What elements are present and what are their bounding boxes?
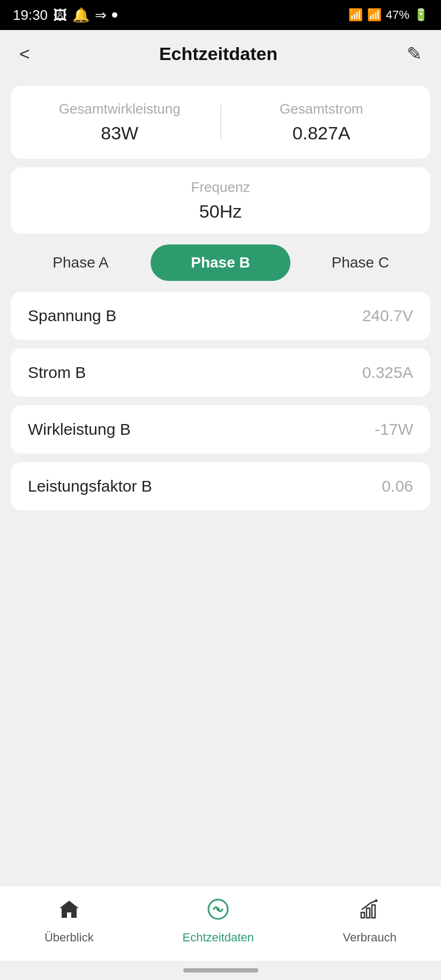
tab-phase-c[interactable]: Phase C bbox=[290, 244, 430, 281]
gallery-icon: 🖼 bbox=[53, 7, 67, 24]
nav-consumption-label: Verbrauch bbox=[343, 931, 397, 945]
nav-consumption[interactable]: Verbrauch bbox=[330, 893, 409, 949]
header: < Echtzeitdaten ✎ bbox=[0, 30, 441, 77]
leistungsfaktor-label: Leistungsfaktor B bbox=[28, 477, 152, 495]
svg-rect-3 bbox=[367, 908, 370, 918]
consumption-icon bbox=[358, 897, 382, 926]
svg-point-1 bbox=[216, 908, 220, 911]
strom-row: Strom B 0.325A bbox=[11, 348, 430, 397]
phase-tabs: Phase A Phase B Phase C bbox=[11, 242, 430, 283]
gesamtwirkleistung-value: 83W bbox=[101, 123, 138, 144]
nav-realtime-label: Echtzeitdaten bbox=[183, 931, 254, 945]
wirkleistung-row: Wirkleistung B -17W bbox=[11, 405, 430, 454]
spannung-label: Spannung B bbox=[28, 307, 116, 325]
nav-overview[interactable]: Überblick bbox=[32, 893, 107, 949]
edit-button[interactable]: ✎ bbox=[402, 39, 426, 69]
gesamtwirkleistung-label: Gesamtwirkleistung bbox=[59, 101, 181, 117]
battery-icon: 🔋 bbox=[414, 8, 428, 22]
gesamtstrom-value: 0.827A bbox=[293, 123, 350, 144]
bottom-nav: Überblick Echtzeitdaten Verbrauch bbox=[0, 886, 441, 961]
frequency-card: Frequenz 50Hz bbox=[11, 167, 430, 234]
gesamtwirkleistung-block: Gesamtwirkleistung 83W bbox=[28, 101, 212, 144]
svg-rect-4 bbox=[372, 905, 375, 918]
realtime-icon bbox=[206, 897, 230, 926]
nav-overview-label: Überblick bbox=[44, 931, 94, 945]
tab-phase-b[interactable]: Phase B bbox=[151, 244, 290, 281]
page-title: Echtzeitdaten bbox=[159, 43, 278, 64]
leistungsfaktor-value: 0.06 bbox=[382, 477, 413, 495]
home-indicator bbox=[0, 961, 441, 980]
wirkleistung-value: -17W bbox=[375, 420, 413, 439]
back-button[interactable]: < bbox=[15, 39, 34, 69]
battery-percent: 47% bbox=[386, 8, 409, 22]
nav-realtime[interactable]: Echtzeitdaten bbox=[170, 893, 267, 949]
frequency-label: Frequenz bbox=[191, 179, 250, 196]
wirkleistung-label: Wirkleistung B bbox=[28, 420, 131, 439]
stats-divider bbox=[220, 105, 221, 139]
status-dot bbox=[112, 12, 117, 18]
gesamtstrom-label: Gesamtstrom bbox=[280, 101, 363, 117]
wifi-icon: 📶 bbox=[348, 8, 363, 22]
status-right: 📶 📶 47% 🔋 bbox=[348, 8, 428, 22]
status-left: 19:30 🖼 🔔 ⇒ bbox=[13, 7, 117, 24]
spannung-row: Spannung B 240.7V bbox=[11, 292, 430, 340]
home-icon bbox=[57, 897, 81, 926]
svg-rect-2 bbox=[361, 912, 364, 918]
strom-label: Strom B bbox=[28, 363, 86, 382]
frequency-value: 50Hz bbox=[199, 201, 242, 222]
svg-point-5 bbox=[375, 899, 377, 902]
status-bar: 19:30 🖼 🔔 ⇒ 📶 📶 47% 🔋 bbox=[0, 0, 441, 30]
leistungsfaktor-row: Leistungsfaktor B 0.06 bbox=[11, 462, 430, 510]
gesamtstrom-block: Gesamtstrom 0.827A bbox=[230, 101, 414, 144]
home-bar bbox=[183, 968, 258, 972]
main-content: Gesamtwirkleistung 83W Gesamtstrom 0.827… bbox=[0, 77, 441, 886]
status-time: 19:30 bbox=[13, 7, 48, 24]
cast-icon: ⇒ bbox=[95, 7, 107, 24]
spannung-value: 240.7V bbox=[362, 307, 413, 325]
tab-phase-a[interactable]: Phase A bbox=[11, 244, 151, 281]
notification-icon: 🔔 bbox=[72, 7, 89, 24]
top-stats-card: Gesamtwirkleistung 83W Gesamtstrom 0.827… bbox=[11, 86, 430, 159]
signal-icon: 📶 bbox=[367, 8, 382, 22]
strom-value: 0.325A bbox=[362, 363, 413, 382]
